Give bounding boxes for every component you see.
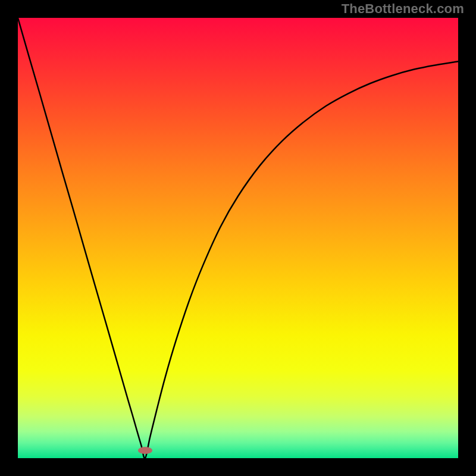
bottleneck-curve xyxy=(18,18,458,458)
watermark-text: TheBottleneck.com xyxy=(342,1,464,17)
plot-area xyxy=(18,18,458,458)
min-point-marker xyxy=(138,447,152,454)
curve-layer xyxy=(18,18,458,458)
chart-frame: TheBottleneck.com xyxy=(0,0,476,476)
